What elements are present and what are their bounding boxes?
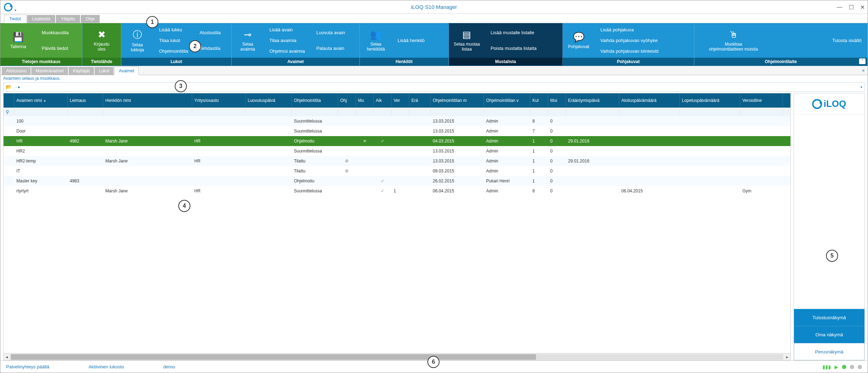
gear-icon: ⚙ [345, 169, 349, 173]
viewtab-users[interactable]: Käyttäjät [69, 67, 94, 75]
ribbon-group-locks: ⓘ Selaalukkoja Lisää lukko Tilaa lukot O… [121, 23, 232, 66]
col-mu[interactable]: Mu [356, 93, 374, 108]
col-mui[interactable]: Mui [548, 93, 566, 108]
link-add-person[interactable]: Lisää henkilö [395, 37, 427, 44]
link-print-content[interactable]: Tulosta sisältö [830, 37, 864, 44]
scroll-right-icon[interactable]: ▸ [784, 354, 790, 359]
link-muokkaustila[interactable]: Muokkaustila [40, 29, 78, 36]
table-row[interactable]: HR2Suunnittelussa13.03.2015Admin10 [4, 146, 790, 156]
browse-locks-button[interactable]: ⓘ Selaalukkoja [121, 23, 153, 58]
link-change-zone[interactable]: Vaihda pohjakuvan vyöhyke [598, 37, 661, 44]
brand-ring-icon [812, 99, 822, 109]
group-footer-edit: Tietojen muokkaus [0, 58, 82, 66]
group-footer-programmer: Ohjelmointilaite [694, 58, 867, 66]
col-end[interactable]: Lopetuspäivämäärä [680, 93, 740, 108]
callout-5: 5 [826, 250, 838, 262]
table-row[interactable]: Master key4983Ohjelmoitu✓26.02.2015Pukar… [4, 176, 790, 186]
ribbon: 💾 Tallenna Muokkaustila Päivitä tiedot T… [0, 23, 868, 66]
tab-close-icon[interactable]: × [862, 68, 865, 73]
scroll-left-icon[interactable]: ◂ [4, 354, 10, 359]
col-aik[interactable]: Aik [374, 93, 391, 108]
data-grid: Avaimen nimi▲ Leimaus Henkilön nimi Yrit… [3, 93, 791, 361]
qat-dropdown-icon[interactable]: ▾ [15, 8, 16, 12]
viewtab-locks[interactable]: Lukot [95, 67, 114, 75]
link-order-locks[interactable]: Tilaa lukot [157, 37, 190, 44]
link-paivita[interactable]: Päivitä tiedot [40, 45, 78, 52]
col-vers[interactable]: Versiolline [740, 93, 783, 108]
link-order-keys[interactable]: Tilaa avaimia [267, 37, 307, 44]
viewtab-keys[interactable]: Avaimet [114, 67, 139, 75]
table-row[interactable]: ▸HR4982Marsh JaneHROhjelmoitu✕✓04.03.201… [4, 136, 790, 146]
link-add-lock[interactable]: Lisää lukko [157, 26, 190, 33]
menutab-ohje[interactable]: Ohje [81, 15, 100, 23]
link-add-key[interactable]: Lisää avain [267, 26, 307, 33]
breadcrumb-bar[interactable]: 📂 - ▸ ▾ [3, 82, 865, 92]
app-window: ▾ iLOQ S10 Manager — ☐ ✕ Tiedot Lisätied… [0, 0, 868, 373]
people-icon: 👥 [370, 29, 382, 40]
link-factory-mode[interactable]: Tehdastila [198, 45, 223, 52]
edit-programmer-button[interactable]: 🖱 Muokkaaohjelmointilaitteen muistia [694, 23, 773, 58]
logout-button[interactable]: ✖ Kirjauduulos [82, 23, 121, 58]
minimize-button[interactable]: — [837, 4, 842, 10]
basic-view-button[interactable]: Perusnäkymä [794, 343, 864, 360]
col-era[interactable]: Erä [409, 93, 431, 108]
menutab-tiedot[interactable]: Tiedot [4, 15, 26, 23]
link-prog-mode[interactable]: Ohjelmointitila [157, 47, 190, 55]
link-return-key[interactable]: Palauta avain [314, 45, 347, 52]
grid-body[interactable]: 100Suunnittelussa13.03.2015Admin80DoorSu… [4, 116, 790, 353]
table-row[interactable]: ITTilattu⚙09.03.2015Admin10 [4, 166, 790, 176]
ribbon-group-edit: 💾 Tallenna Muokkaustila Päivitä tiedot T… [0, 23, 82, 66]
col-org[interactable]: Yritys/osasto [192, 93, 246, 108]
col-person[interactable]: Henkilön nimi [103, 93, 192, 108]
chat-icon: 💬 [573, 32, 584, 43]
viewtab-masterkeys[interactable]: Masteravaimet [31, 67, 68, 75]
callout-2: 2 [189, 40, 201, 52]
link-hand-out-key[interactable]: Luovuta avain [314, 29, 347, 36]
close-button[interactable]: ✕ [860, 4, 865, 11]
col-due[interactable]: Erääntymispäivä [566, 93, 619, 108]
breadcrumb-chevron-icon[interactable]: ▸ [18, 84, 20, 89]
table-row[interactable]: DoorSuunnittelussa13.03.2015Admin70 [4, 126, 790, 136]
link-program-keys[interactable]: Ohjelmoi avaimia [267, 47, 307, 55]
col-start[interactable]: Aloituspäivämäärä [619, 93, 680, 108]
browse-blacklist-button[interactable]: ▤ Selaa mustaalistaa [449, 23, 485, 58]
viewtab-home[interactable]: Aloitussivu [2, 67, 31, 75]
menutab-lisatiedot[interactable]: Lisätiedot [27, 15, 55, 23]
link-add-floorplan[interactable]: Lisää pohjakuva [598, 26, 661, 33]
link-change-property[interactable]: Vaihda pohjakuvan kiinteistö [598, 47, 661, 55]
col-ver[interactable]: Ver [391, 93, 409, 108]
horizontal-scrollbar[interactable]: ◂ ▸ [4, 353, 790, 360]
play-icon: ▶ [835, 364, 838, 370]
link-remove-blacklist[interactable]: Poista mustalta listalta [488, 45, 538, 52]
col-deliv[interactable]: Luovutuspäivä [246, 93, 292, 108]
menutab-yllapito[interactable]: Ylläpito [56, 15, 80, 23]
maximize-button[interactable]: ☐ [849, 4, 854, 11]
filter-icon[interactable]: ⚲ [6, 109, 9, 115]
folder-icon[interactable]: 📂 [6, 84, 12, 90]
link-add-blacklist[interactable]: Lisää mustalle listalle [488, 29, 538, 36]
ribbon-collapse-icon[interactable]: ˄ [859, 58, 866, 64]
own-view-button[interactable]: Oma näkymä [794, 326, 864, 343]
col-stamp[interactable]: Leimaus [68, 93, 103, 108]
floorplans-button[interactable]: 💬 Pohjakuvat [563, 23, 595, 58]
col-pm[interactable]: Ohjelmointitilan m [431, 93, 484, 108]
table-row[interactable]: rtyrtyrtMarsh JaneHRSuunnittelussa✓106.0… [4, 186, 790, 196]
table-row[interactable]: HR2-tempMarsh JaneHRTilattu⚙13.03.2015Ad… [4, 156, 790, 166]
table-row[interactable]: 100Suunnittelussa13.03.2015Admin80 [4, 116, 790, 126]
breadcrumb-dropdown-icon[interactable]: ▾ [861, 85, 862, 89]
col-prog[interactable]: Ohjelmointitila [292, 93, 338, 108]
col-ohj[interactable]: Ohj [338, 93, 356, 108]
col-kul[interactable]: Kul [530, 93, 548, 108]
window-title: iLOQ S10 Manager [411, 4, 457, 10]
link-init-mode[interactable]: Alustustila [198, 29, 223, 36]
status-dot-2 [850, 365, 854, 369]
save-button[interactable]: 💾 Tallenna [0, 23, 36, 58]
scroll-thumb[interactable] [11, 354, 536, 360]
gear-icon: ⚙ [345, 159, 349, 164]
col-pv[interactable]: Ohjelmointitilan v [484, 93, 530, 108]
browse-keys-button[interactable]: ⊸ Selaaavaimia [232, 23, 264, 58]
browse-persons-button[interactable]: 👥 Selaahenkilöitä [360, 23, 392, 58]
print-view-button[interactable]: Tulostusnäkymä [794, 309, 864, 326]
col-name[interactable]: Avaimen nimi▲ [14, 93, 68, 108]
grid-header: Avaimen nimi▲ Leimaus Henkilön nimi Yrit… [4, 93, 790, 108]
